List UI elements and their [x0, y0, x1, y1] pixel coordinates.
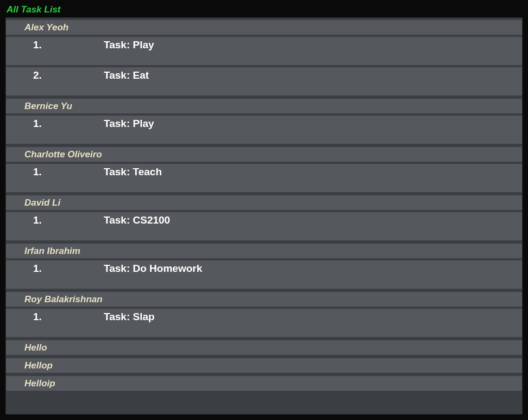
task-index: 1.	[6, 311, 104, 323]
person-name: Alex Yeoh	[24, 22, 68, 33]
person-header[interactable]: Helloip	[6, 376, 522, 391]
task-label: Task: Play	[104, 118, 522, 130]
task-row[interactable]: 2.Task: Eat	[6, 67, 522, 96]
person-name: David Li	[24, 198, 60, 208]
panel-title: All Task List	[5, 3, 523, 17]
person-group: Alex Yeoh1.Task: Play2.Task: Eat	[6, 18, 522, 96]
person-name: Helloip	[24, 378, 55, 389]
task-label: Task: Play	[104, 39, 522, 51]
task-list-window: All Task List Alex Yeoh1.Task: Play2.Tas…	[0, 0, 528, 420]
person-group: Helloip	[6, 373, 522, 391]
person-header[interactable]: Irfan Ibrahim	[6, 244, 522, 258]
person-group: Bernice Yu1.Task: Play	[6, 96, 522, 144]
person-name: Hellop	[24, 360, 53, 371]
task-index: 1.	[6, 166, 104, 178]
person-header[interactable]: Hellop	[6, 358, 522, 373]
task-index: 1.	[6, 214, 104, 226]
task-index: 1.	[6, 39, 104, 51]
task-list-scroll[interactable]: Alex Yeoh1.Task: Play2.Task: EatBernice …	[6, 18, 522, 414]
task-index: 1.	[6, 263, 104, 275]
person-header[interactable]: Alex Yeoh	[6, 20, 522, 35]
person-header[interactable]: Hello	[6, 340, 522, 355]
task-row[interactable]: 1.Task: Slap	[6, 309, 522, 337]
task-label: Task: Teach	[104, 166, 522, 178]
task-label: Task: CS2100	[104, 214, 522, 226]
task-label: Task: Slap	[104, 311, 522, 323]
task-row[interactable]: 1.Task: CS2100	[6, 212, 522, 240]
person-group: Hellop	[6, 355, 522, 373]
person-group: Roy Balakrishnan1.Task: Slap	[6, 289, 522, 337]
task-row[interactable]: 1.Task: Do Homework	[6, 260, 522, 289]
person-name: Roy Balakrishnan	[24, 294, 103, 305]
task-row[interactable]: 1.Task: Teach	[6, 164, 522, 192]
person-name: Hello	[24, 342, 47, 353]
person-group: Irfan Ibrahim1.Task: Do Homework	[6, 240, 522, 289]
person-group: Hello	[6, 337, 522, 355]
person-group: Charlotte Oliveiro1.Task: Teach	[6, 144, 522, 192]
person-header[interactable]: Bernice Yu	[6, 99, 522, 113]
person-name: Charlotte Oliveiro	[24, 149, 102, 160]
task-label: Task: Eat	[104, 69, 522, 81]
person-name: Irfan Ibrahim	[24, 246, 80, 257]
task-index: 2.	[6, 69, 104, 81]
task-index: 1.	[6, 118, 104, 130]
panel: Alex Yeoh1.Task: Play2.Task: EatBernice …	[5, 17, 523, 415]
person-header[interactable]: Roy Balakrishnan	[6, 292, 522, 307]
person-header[interactable]: David Li	[6, 195, 522, 210]
task-row[interactable]: 1.Task: Play	[6, 37, 522, 65]
person-group: David Li1.Task: CS2100	[6, 192, 522, 240]
task-row[interactable]: 1.Task: Play	[6, 116, 522, 144]
person-header[interactable]: Charlotte Oliveiro	[6, 147, 522, 162]
person-name: Bernice Yu	[24, 101, 72, 112]
task-label: Task: Do Homework	[104, 263, 522, 275]
